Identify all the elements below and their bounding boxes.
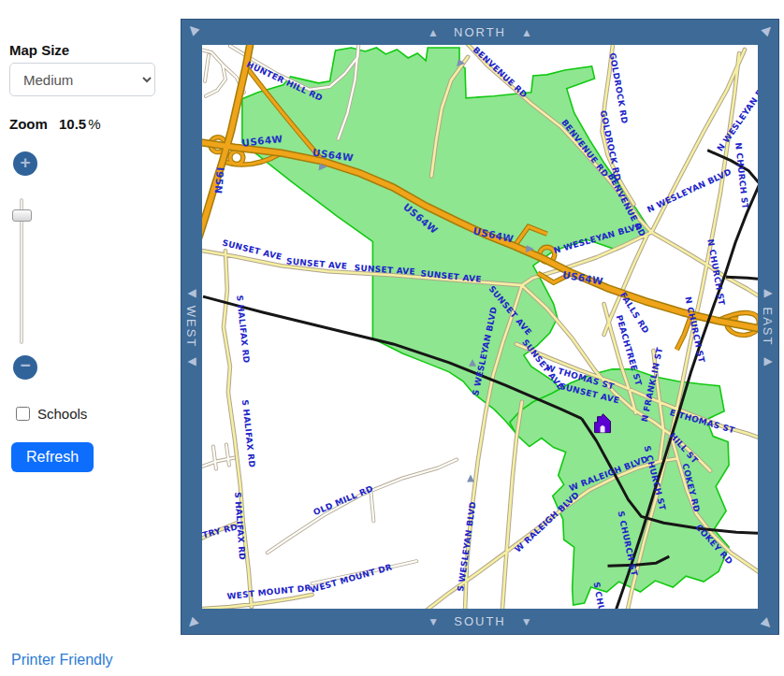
road-label: S WESLEYAN BLVD bbox=[456, 501, 477, 593]
pan-north-bar[interactable]: ▲ NORTH ▲ bbox=[181, 20, 778, 45]
pan-south-arrow-icon[interactable]: ▼ bbox=[521, 615, 532, 628]
schools-label: Schools bbox=[37, 406, 87, 422]
road-label: UTRY RD bbox=[202, 522, 239, 541]
zoom-value: 10.5 bbox=[59, 116, 86, 132]
road-label: I95N bbox=[212, 166, 225, 194]
map-frame: ▶ ▶ ▶ ▶ ▲ NORTH ▲ ▼ SOUTH ▼ ◀ WEST ◀ ▶ E… bbox=[181, 19, 779, 635]
refresh-button[interactable]: Refresh bbox=[11, 442, 94, 472]
zoom-readout: Zoom 10.5% bbox=[9, 116, 101, 132]
pan-north-arrow-icon[interactable]: ▲ bbox=[521, 26, 532, 39]
south-label: SOUTH bbox=[454, 614, 506, 628]
pan-west-bar[interactable]: ◀ WEST ◀ bbox=[181, 45, 202, 609]
schools-checkbox[interactable] bbox=[16, 407, 30, 421]
zoom-unit: % bbox=[88, 116, 100, 132]
printer-friendly-link[interactable]: Printer Friendly bbox=[11, 652, 112, 669]
zoom-label: Zoom bbox=[9, 116, 48, 132]
road-label: US64W bbox=[561, 268, 604, 286]
zoom-in-button[interactable]: + bbox=[13, 151, 37, 176]
zoom-out-button[interactable]: − bbox=[13, 355, 37, 380]
pan-south-bar[interactable]: ▼ SOUTH ▼ bbox=[181, 609, 778, 634]
pan-west-arrow-icon[interactable]: ◀ bbox=[187, 354, 196, 367]
pan-east-arrow-icon[interactable]: ▶ bbox=[763, 354, 772, 367]
west-label: WEST bbox=[185, 306, 199, 349]
map-size-select[interactable]: Medium bbox=[9, 63, 155, 96]
road-label: N CHURCH ST bbox=[733, 142, 750, 210]
zoom-slider-thumb[interactable] bbox=[12, 209, 32, 222]
pan-west-arrow-icon[interactable]: ◀ bbox=[187, 286, 196, 299]
map-canvas[interactable]: US64WUS64WUS64WUS64WUS64WI95NHUNTER HILL… bbox=[202, 45, 758, 609]
north-label: NORTH bbox=[454, 25, 506, 39]
road-label: BENVENUE RD bbox=[472, 45, 530, 100]
road-label: OLD MILL RD bbox=[312, 483, 374, 517]
control-sidebar: Map Size Medium Zoom 10.5% + − Schools R… bbox=[0, 0, 181, 676]
east-label: EAST bbox=[762, 308, 776, 347]
road-label: S HALIFAX RD bbox=[240, 399, 257, 468]
road-label: N CHURCH ST bbox=[705, 238, 726, 307]
road-label: GOLDROCK RD bbox=[608, 52, 630, 125]
map-size-label: Map Size bbox=[9, 42, 69, 58]
pan-east-arrow-icon[interactable]: ▶ bbox=[763, 286, 772, 299]
pan-south-arrow-icon[interactable]: ▼ bbox=[428, 615, 439, 628]
pan-north-arrow-icon[interactable]: ▲ bbox=[428, 26, 439, 39]
road-label: WEST MOUNT DR bbox=[309, 562, 393, 595]
pan-east-bar[interactable]: ▶ EAST ▶ bbox=[758, 45, 778, 609]
road-label: S HALIFAX RD bbox=[235, 295, 252, 364]
